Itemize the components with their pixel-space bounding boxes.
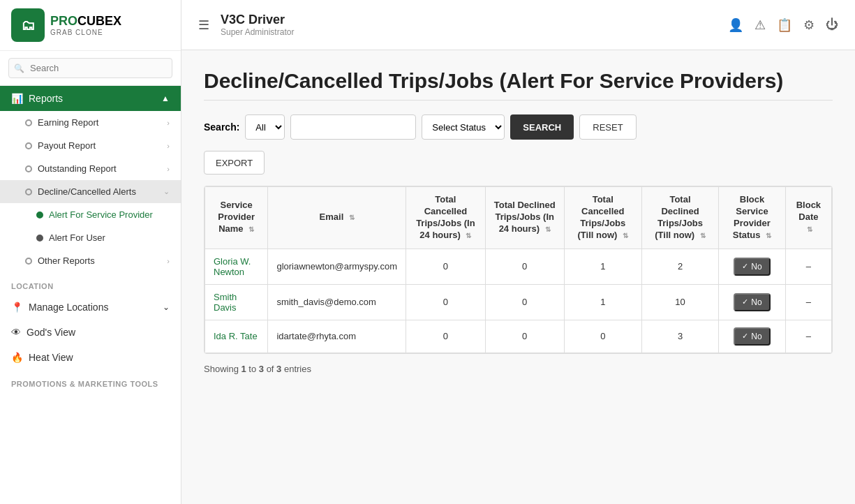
alert-user-dot-icon (36, 235, 43, 242)
sidebar-item-outstanding[interactable]: Outstanding Report › (0, 157, 181, 180)
outstanding-dot-icon (25, 165, 32, 172)
sort-name-icon[interactable]: ⇅ (248, 225, 254, 234)
status-select[interactable]: Select Status (422, 114, 505, 140)
cell-declined-all: 2 (641, 249, 718, 284)
logo-icon: 🗂 (11, 8, 45, 42)
outstanding-chevron-icon: › (167, 165, 170, 173)
hamburger-icon[interactable]: ☰ (198, 17, 209, 33)
power-icon[interactable]: ⏻ (826, 17, 838, 32)
block-status-badge[interactable]: No (734, 327, 770, 346)
sort-declinedall-icon[interactable]: ⇅ (700, 231, 706, 240)
cell-block-status: No (719, 249, 786, 284)
sidebar-item-earning[interactable]: Earning Report › (0, 111, 181, 134)
gods-view-icon: 👁 (11, 327, 21, 338)
block-status-badge[interactable]: No (734, 258, 770, 276)
sidebar-item-payout-label: Payout Report (38, 140, 96, 151)
cell-block-status: No (719, 284, 786, 320)
sidebar-item-reports-label: Reports (29, 93, 63, 104)
sidebar-item-earning-label: Earning Report (38, 117, 98, 128)
cell-block-date: – (785, 249, 831, 284)
cell-cancelled-24: 0 (406, 320, 486, 353)
sidebar-item-outstanding-label: Outstanding Report (38, 163, 117, 174)
showing-prefix: Showing (204, 364, 241, 374)
alert-icon[interactable]: ⚠ (754, 17, 766, 33)
gods-view-label: God's View (27, 327, 75, 338)
sidebar-search-input[interactable] (8, 58, 172, 78)
logo-pro: PRO (50, 14, 77, 28)
sort-cancelled24-icon[interactable]: ⇅ (466, 231, 471, 240)
reports-chevron-icon: ▲ (161, 94, 170, 103)
sort-declined24-icon[interactable]: ⇅ (545, 225, 551, 234)
cell-email: smith_davis@demo.com (268, 284, 406, 320)
showing-to-label: to (246, 364, 259, 374)
export-button[interactable]: EXPORT (204, 151, 265, 175)
showing-from: 1 (241, 364, 246, 374)
topbar-title-block: V3C Driver Super Administrator (221, 13, 294, 38)
sidebar-item-manage-locations[interactable]: 📍 Manage Locations ⌄ (0, 295, 181, 320)
showing-text: Showing 1 to 3 of 3 entries (204, 364, 833, 374)
th-cancelled-all: Total Cancelled Trips/Jobs (Till now) ⇅ (564, 187, 641, 249)
cell-cancelled-24: 0 (406, 284, 486, 320)
logo-sub: GRAB CLONE (50, 29, 121, 36)
gear-icon[interactable]: ⚙ (803, 17, 815, 33)
cell-name: Ida R. Tate (205, 320, 268, 353)
cell-email: idartate@rhyta.com (268, 320, 406, 353)
search-text-input[interactable] (290, 114, 416, 140)
table-header-row: Service Provider Name ⇅ Email ⇅ Total Ca… (205, 187, 832, 249)
sidebar-item-decline-label: Decline/Cancelled Alerts (38, 186, 136, 197)
showing-to: 3 (259, 364, 264, 374)
sidebar-item-reports[interactable]: 📊 Reports ▲ (0, 86, 181, 111)
earning-chevron-icon: › (167, 119, 170, 127)
earning-dot-icon (25, 119, 32, 126)
cell-declined-24: 0 (485, 249, 564, 284)
other-chevron-icon: › (167, 257, 170, 265)
topbar-left: ☰ V3C Driver Super Administrator (198, 13, 294, 38)
table-row: Gloria W. Newton gloriawnewton@armyspy.c… (205, 249, 832, 284)
table-row: Ida R. Tate idartate@rhyta.com 0 0 0 3 N… (205, 320, 832, 353)
cell-block-date: – (785, 320, 831, 353)
sidebar-item-gods-view[interactable]: 👁 God's View (0, 320, 181, 345)
page-title: Decline/Cancelled Trips/Jobs (Alert For … (204, 67, 833, 94)
cell-cancelled-all: 1 (564, 249, 641, 284)
sidebar-item-payout[interactable]: Payout Report › (0, 134, 181, 157)
heat-view-icon: 🔥 (11, 352, 23, 363)
sort-email-icon[interactable]: ⇅ (349, 213, 355, 222)
search-type-select[interactable]: All (245, 114, 285, 140)
sort-cancelledall-icon[interactable]: ⇅ (623, 231, 628, 240)
sidebar-item-other[interactable]: Other Reports › (0, 249, 181, 272)
th-block-status: Block Service Provider Status ⇅ (719, 187, 786, 249)
sidebar-item-alert-sp[interactable]: Alert For Service Provider (0, 203, 181, 226)
data-table-container: Service Provider Name ⇅ Email ⇅ Total Ca… (204, 186, 833, 354)
cell-block-date: – (785, 284, 831, 320)
topbar: ☰ V3C Driver Super Administrator 👤 ⚠ 📋 ⚙… (181, 0, 855, 50)
block-status-badge[interactable]: No (734, 293, 770, 311)
name-link[interactable]: Smith Davis (214, 292, 237, 313)
sidebar-item-decline[interactable]: Decline/Cancelled Alerts ⌄ (0, 180, 181, 203)
cell-declined-24: 0 (485, 284, 564, 320)
decline-chevron-icon: ⌄ (163, 187, 170, 196)
th-declined-all: Total Declined Trips/Jobs (Till now) ⇅ (641, 187, 718, 249)
name-link[interactable]: Ida R. Tate (214, 331, 258, 341)
reset-button[interactable]: RESET (579, 114, 636, 140)
user-icon[interactable]: 👤 (728, 17, 743, 33)
locations-chevron-icon: ⌄ (163, 302, 170, 312)
logo-text: PROCUBEX (50, 14, 121, 29)
sidebar: 🗂 PROCUBEX GRAB CLONE 📊 Reports ▲ Earnin… (0, 0, 181, 504)
sidebar-item-alert-user[interactable]: Alert For User (0, 226, 181, 249)
th-email: Email ⇅ (268, 187, 406, 249)
sidebar-item-other-label: Other Reports (38, 255, 95, 266)
topbar-icons: 👤 ⚠ 📋 ⚙ ⏻ (728, 17, 838, 33)
locations-icon: 📍 (11, 302, 23, 313)
cell-block-status: No (719, 320, 786, 353)
name-link[interactable]: Gloria W. Newton (214, 256, 251, 277)
clipboard-icon[interactable]: 📋 (777, 17, 792, 33)
sort-blockstatus-icon[interactable]: ⇅ (766, 231, 771, 240)
search-button[interactable]: SEARCH (510, 114, 574, 140)
search-wrap (8, 58, 172, 78)
cell-declined-all: 3 (641, 320, 718, 353)
manage-locations-label: Manage Locations (29, 302, 108, 313)
sidebar-item-heat-view[interactable]: 🔥 Heat View (0, 345, 181, 370)
search-bar: Search: All Select Status SEARCH RESET (204, 114, 833, 140)
cell-name: Smith Davis (205, 284, 268, 320)
sort-blockdate-icon[interactable]: ⇅ (807, 225, 812, 234)
